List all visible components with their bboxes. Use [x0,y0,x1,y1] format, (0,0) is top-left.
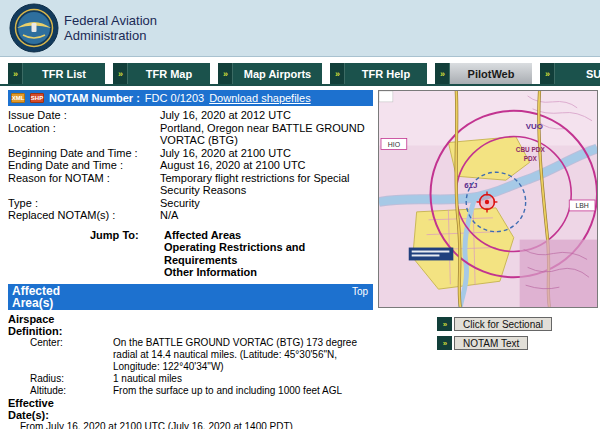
center-label: Center: [8,337,113,373]
jump-to-label: Jump To: [90,229,164,279]
tab-pilotweb-label: PilotWeb [450,63,532,84]
altitude-label: Altitude: [8,385,113,397]
tab-sua-label: SUA [555,63,600,84]
tab-tfr-map[interactable]: » TFR Map [113,63,210,84]
map-action-buttons: » Click for Sectional » NOTAM Text [437,317,552,355]
agency-name: Federal Aviation Administration [64,13,157,43]
field-value: N/A [160,209,373,222]
tab-tfr-list-label: TFR List [23,63,105,84]
map-label-hio: HIO [388,141,401,148]
airspace-section: Airspace Definition: Center: On the BATT… [8,313,373,429]
altitude-value: From the surface up to and including 100… [113,385,373,397]
xml-file-icon[interactable]: XML [11,93,25,103]
jump-to-section: Jump To: Affected Areas Operating Restri… [90,229,373,279]
notam-detail-panel: XML SHP NOTAM Number : FDC 0/1203 Downlo… [8,90,373,429]
map-label-lbh: LBH [575,202,588,209]
page-header: Federal Aviation Administration [0,0,600,57]
double-chevron-icon: » [437,336,452,350]
top-link[interactable]: Top [352,286,368,298]
map-label-vuo: VUO [526,122,543,131]
nav-tabbar: » TFR List » TFR Map » Map Airports » TF… [0,63,600,86]
sectional-chart-thumbnail[interactable]: HIO LBH VUO CBU PDX PDX 61J [378,90,598,308]
tab-map-airports[interactable]: » Map Airports [218,63,322,84]
field-label: Type : [8,197,160,210]
sectional-chart-graphic: HIO LBH VUO CBU PDX PDX 61J [379,91,597,307]
field-value: Security [160,197,373,210]
field-label: Location : [8,122,160,147]
field-value: Temporary flight restrictions for Specia… [160,172,373,197]
airspace-definition-heading: Airspace Definition: [8,313,78,337]
notam-text-label: NOTAM Text [454,336,528,350]
tab-tfr-help-label: TFR Help [345,63,427,84]
field-label: Replaced NOTAM(s) : [8,209,160,222]
double-chevron-icon: » [540,63,555,84]
field-value: July 16, 2020 at 2100 UTC [160,147,373,160]
affected-areas-header: Affected Area(s) Top [8,284,373,310]
center-value: On the BATTLE GROUND VORTAC (BTG) 173 de… [113,337,373,373]
jump-link-operating-restrictions[interactable]: Operating Restrictions and Requirements [164,241,373,266]
download-shapefiles-link[interactable]: Download shapefiles [209,92,311,105]
field-value: July 16, 2020 at 2012 UTC [160,109,373,122]
double-chevron-icon: » [330,63,345,84]
field-label: Beginning Date and Time : [8,147,160,160]
double-chevron-icon: » [437,317,452,331]
notam-header-bar: XML SHP NOTAM Number : FDC 0/1203 Downlo… [8,90,373,106]
radius-value: 1 nautical miles [113,373,373,385]
tab-tfr-map-label: TFR Map [128,63,210,84]
agency-name-line1: Federal Aviation [64,13,157,28]
affected-areas-title: Affected Area(s) [12,285,82,309]
double-chevron-icon: » [8,63,23,84]
field-label: Reason for NOTAM : [8,172,160,197]
double-chevron-icon: » [218,63,233,84]
field-label: Ending Date and Time : [8,159,160,172]
click-for-sectional-button[interactable]: » Click for Sectional [437,317,552,331]
radius-label: Radius: [8,373,113,385]
tab-tfr-list[interactable]: » TFR List [8,63,105,84]
field-value: Portland, Oregon near BATTLE GROUND VORT… [160,122,373,147]
field-label: Issue Date : [8,109,160,122]
notam-number-value: FDC 0/1203 [145,92,204,105]
map-label-61j: 61J [464,181,477,190]
tab-pilotweb[interactable]: » PilotWeb [435,63,532,84]
effective-dates-heading: Effective Date(s): [8,397,78,421]
shapefile-icon[interactable]: SHP [30,93,44,103]
faa-seal-icon [9,3,59,53]
notam-text-button[interactable]: » NOTAM Text [437,336,552,350]
tab-tfr-help[interactable]: » TFR Help [330,63,427,84]
tab-sua[interactable]: » SUA [540,63,600,84]
agency-name-line2: Administration [64,28,157,43]
click-for-sectional-label: Click for Sectional [454,317,552,331]
notam-number-label: NOTAM Number : [49,92,140,105]
effective-from: From July 16, 2020 at 2100 UTC (July 16,… [20,421,373,429]
notam-details-table: Issue Date : July 16, 2020 at 2012 UTC L… [8,109,373,222]
tab-map-airports-label: Map Airports [233,63,322,84]
double-chevron-icon: » [435,63,450,84]
double-chevron-icon: » [113,63,128,84]
jump-link-other-information[interactable]: Other Information [164,266,373,279]
field-value: August 16, 2020 at 2100 UTC [160,159,373,172]
map-label-pdx: PDX [524,155,538,162]
jump-link-affected-areas[interactable]: Affected Areas [164,229,373,242]
map-label-cbu-pdx: CBU PDX [516,146,546,153]
